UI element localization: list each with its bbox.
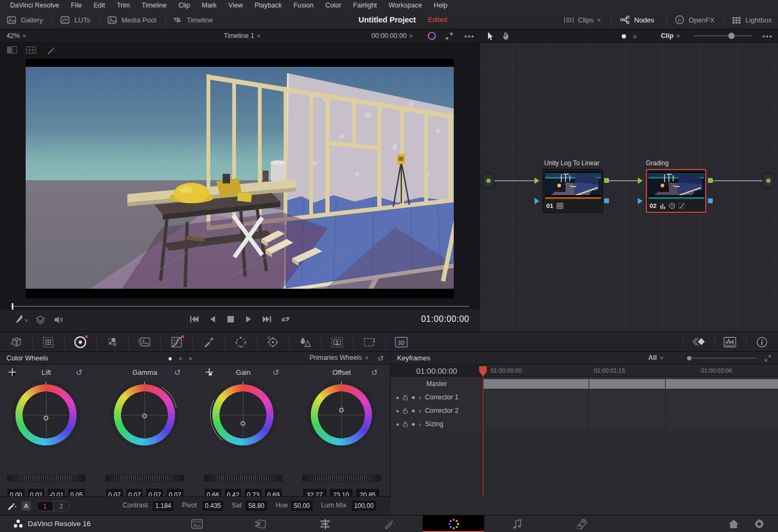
node-page-dot-2[interactable] [633, 35, 637, 38]
viewer-options-menu[interactable]: ••• [464, 29, 475, 42]
track-enable-dot-icon[interactable]: ● [396, 421, 399, 427]
rgb-mixer-icon[interactable] [138, 335, 151, 349]
menu-item-timeline[interactable]: Timeline [136, 2, 173, 9]
node-page-dot-1[interactable] [622, 34, 626, 38]
lightbox-button[interactable]: Lightbox [731, 11, 772, 29]
keyframe-track-master[interactable]: Master [391, 377, 778, 390]
page-tab-cut[interactable] [245, 515, 277, 532]
node-zoom-knob[interactable] [728, 33, 735, 39]
viewer-timeline-select[interactable]: Timeline 1∨ [224, 29, 261, 42]
node-zoom-slider[interactable] [693, 35, 752, 36]
hue-value[interactable]: 50.00 [290, 500, 314, 512]
step-back-button[interactable] [209, 315, 216, 323]
master-track-bar[interactable] [483, 379, 778, 389]
timeline-button[interactable]: Timeline [172, 11, 213, 29]
viewer-zoom-select[interactable]: 42%∨ [6, 29, 26, 42]
goto-start-button[interactable] [189, 315, 199, 323]
menu-item-workspace[interactable]: Workspace [383, 2, 428, 9]
clips-button[interactable]: Clips∨ [563, 11, 601, 29]
key-icon[interactable] [330, 335, 344, 349]
sizing-icon[interactable] [362, 335, 376, 349]
track-enable-dot-icon[interactable]: ● [396, 408, 399, 414]
keyframes-filter-select[interactable]: All∨ [648, 354, 663, 361]
keyframes-playhead-line[interactable] [483, 368, 484, 497]
sat-value[interactable]: 58.80 [245, 500, 268, 512]
menu-item-app[interactable]: DaVinci Resolve [4, 2, 65, 9]
gamma-reset-icon[interactable]: ↺ [174, 368, 181, 377]
keyframe-track-corrector2[interactable]: ● ◆ › Corrector 2 [391, 404, 778, 417]
node2-card[interactable]: 02 [646, 169, 706, 213]
goto-end-button[interactable] [262, 315, 272, 323]
grid-view-icon[interactable] [26, 45, 36, 55]
curves-icon[interactable] [170, 335, 184, 349]
color-wheels-icon[interactable] [73, 335, 87, 349]
lum-mix-value[interactable]: 100.00 [351, 500, 377, 512]
viewer-video[interactable] [26, 59, 454, 298]
wipe-compare-icon[interactable] [6, 45, 17, 55]
tab-page-1[interactable]: 1 [37, 502, 54, 511]
gain-indicator[interactable] [241, 421, 246, 426]
offset-indicator[interactable] [339, 408, 344, 413]
expand-track-icon[interactable]: › [419, 407, 421, 415]
contrast-value[interactable]: 1.184 [152, 500, 174, 512]
lift-indicator[interactable] [44, 416, 49, 421]
auto-balance-wand-icon[interactable] [6, 500, 17, 511]
qualifier-icon[interactable] [202, 335, 216, 349]
expand-track-icon[interactable]: › [419, 394, 421, 402]
lift-master-slider[interactable] [7, 475, 86, 482]
gain-reset-icon[interactable]: ↺ [272, 368, 279, 377]
offset-reset-icon[interactable]: ↺ [371, 368, 378, 377]
keyframe-track-sizing[interactable]: ● ◆ › Sizing [391, 418, 778, 430]
wheel-page-dots[interactable] [169, 357, 192, 360]
menu-item-clip[interactable]: Clip [173, 2, 196, 9]
pivot-value[interactable]: 0.435 [202, 500, 224, 512]
menu-item-mark[interactable]: Mark [196, 2, 223, 9]
grab-still-icon[interactable] [14, 315, 24, 325]
hdr-wheels-icon[interactable] [105, 335, 119, 349]
menu-item-color[interactable]: Color [319, 2, 347, 9]
media-pool-button[interactable]: Media Pool [107, 11, 156, 29]
viewer-timecode-select[interactable]: 00:00:00:00∨ [371, 29, 413, 42]
page-tab-color[interactable] [423, 515, 484, 532]
chevron-down-icon[interactable]: ∨ [24, 318, 29, 323]
output-node[interactable] [762, 173, 774, 188]
scopes-panel-icon[interactable] [723, 335, 737, 349]
menu-item-edit[interactable]: Edit [88, 2, 111, 9]
lift-wheel[interactable] [15, 384, 77, 446]
wheel-mode-select[interactable]: Primaries Wheels∨ [309, 354, 369, 361]
node1-rgb-input-icon[interactable] [535, 178, 539, 184]
power-windows-icon[interactable] [234, 335, 248, 349]
node1-key-input-icon[interactable] [535, 198, 539, 204]
keyframes-zoom-slider[interactable] [687, 358, 757, 359]
wheel-page-tabs[interactable]: 1 2 [36, 501, 70, 511]
track-enable-dot-icon[interactable]: ● [396, 395, 399, 400]
viewer-scrubber[interactable] [0, 301, 480, 310]
menu-item-view[interactable]: View [223, 2, 249, 9]
keyframes-panel-icon[interactable] [691, 335, 705, 349]
keyframe-diamond-icon[interactable]: ◆ [411, 408, 415, 413]
node1-card[interactable]: 01 [543, 169, 603, 213]
reset-all-icon[interactable]: ↺ [377, 354, 384, 363]
loop-button[interactable] [280, 315, 291, 323]
node2-rgb-input-icon[interactable] [638, 178, 643, 184]
scrubber-track[interactable] [11, 306, 469, 307]
menu-item-fusion[interactable]: Fusion [287, 2, 319, 9]
node1-key-output-icon[interactable] [604, 198, 609, 203]
gamma-wheel[interactable] [113, 384, 176, 446]
auto-mode-button[interactable]: A [21, 501, 31, 511]
source-node[interactable] [483, 173, 494, 188]
node2-key-input-icon[interactable] [638, 198, 643, 204]
camera-raw-icon[interactable] [9, 335, 23, 349]
page-tab-media[interactable] [181, 515, 213, 532]
tracker-icon[interactable] [266, 335, 280, 349]
keyframes-zoom-knob[interactable] [687, 356, 691, 360]
select-tool-icon[interactable] [486, 32, 494, 41]
node-options-menu[interactable]: ••• [762, 29, 773, 42]
menu-item-trim[interactable]: Trim [111, 2, 136, 9]
gain-master-slider[interactable] [204, 475, 283, 482]
keyframe-diamond-icon[interactable]: ◆ [411, 421, 415, 427]
play-button[interactable] [245, 315, 253, 323]
gamma-indicator[interactable] [142, 414, 147, 419]
tab-page-2[interactable]: 2 [54, 502, 70, 511]
gain-wheel[interactable] [212, 384, 274, 446]
